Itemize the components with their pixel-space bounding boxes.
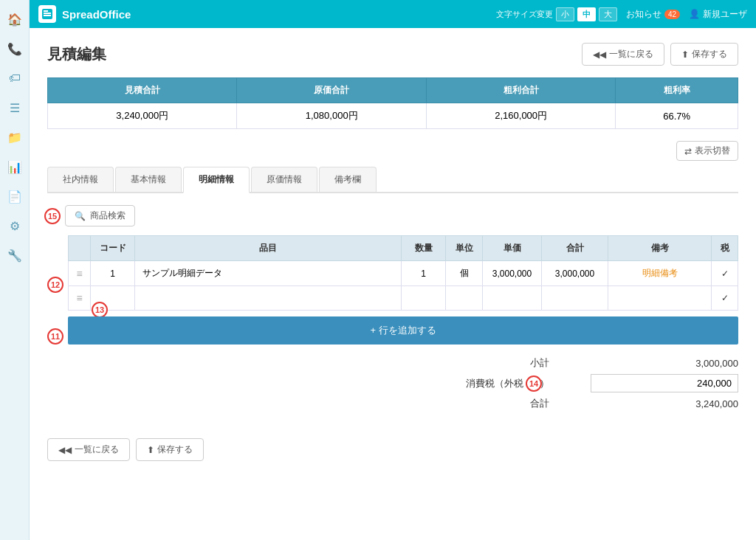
logo-text: SpreadOffice [62, 8, 131, 21]
sidebar-icon-chart[interactable]: 📊 [1, 153, 28, 180]
header-buttons: ◀◀ 一覧に戻る ⬆ 保存する [582, 43, 738, 66]
row1-note[interactable]: 明細備考 [608, 261, 712, 286]
row2-item[interactable] [135, 286, 402, 311]
annotation-15: 15 [44, 208, 61, 224]
logo-icon [38, 5, 56, 23]
table-row: ≡ 1 サンプル明細データ 1 個 3,000,000 3,000,000 明細… [69, 261, 738, 286]
sidebar-icon-home[interactable]: 🏠 [1, 6, 28, 32]
subtotal-label: 小計 [428, 356, 561, 370]
row1-tax[interactable]: ✓ [712, 261, 738, 286]
notification-button[interactable]: お知らせ 42 [626, 8, 680, 21]
page-header: 見積編集 ◀◀ 一覧に戻る ⬆ 保存する [47, 43, 738, 66]
back-button-bottom[interactable]: ◀◀ 一覧に戻る [47, 438, 130, 461]
add-row-area: 11 + 行を追加する [47, 316, 738, 356]
row2-unit-price[interactable] [483, 286, 542, 311]
sidebar-icon-folder[interactable]: 📁 [1, 124, 28, 150]
row1-item[interactable]: サンプル明細データ [135, 261, 402, 286]
annotation-12: 12 [47, 277, 63, 293]
header-controls: 文字サイズ変更 小 中 大 お知らせ 42 👤 新規ユーザ [496, 7, 747, 21]
bottom-buttons: ◀◀ 一覧に戻る ⬆ 保存する [47, 432, 738, 461]
row1-unit[interactable]: 個 [446, 261, 483, 286]
annotation-14: 14 [526, 375, 542, 392]
back-icon-bottom: ◀◀ [58, 445, 72, 455]
row2-qty[interactable] [402, 286, 446, 311]
sidebar-icon-layers[interactable]: ☰ [1, 94, 28, 121]
back-icon-top: ◀◀ [593, 49, 606, 60]
page-title: 見積編集 [47, 44, 582, 64]
grand-total-label: 合計 [428, 397, 561, 410]
add-row-button[interactable]: + 行を追加する [68, 316, 738, 345]
row2-drag[interactable]: ≡ [69, 286, 91, 311]
col-total: 合計 [542, 236, 608, 261]
col-unit: 単位 [446, 236, 483, 261]
font-size-control: 文字サイズ変更 小 中 大 [496, 7, 617, 21]
tab-notes[interactable]: 備考欄 [319, 167, 377, 192]
row1-qty[interactable]: 1 [402, 261, 446, 286]
tax-input[interactable] [591, 374, 738, 392]
sidebar-icon-phone[interactable]: 📞 [1, 35, 28, 62]
display-toggle-row: ⇄ 表示切替 [47, 141, 738, 161]
row1-unit-price[interactable]: 3,000,000 [483, 261, 542, 286]
save-button-top[interactable]: ⬆ 保存する [670, 43, 738, 66]
user-icon: 👤 [689, 9, 700, 19]
row2-note[interactable] [608, 286, 712, 311]
subtotal-value: 3,000,000 [561, 358, 738, 369]
row2-tax[interactable]: ✓ [712, 286, 738, 311]
col-tax: 税 [712, 236, 738, 261]
sidebar-icon-tag[interactable]: 🏷 [1, 65, 28, 91]
row1-total: 3,000,000 [542, 261, 608, 286]
col-code: コード [91, 236, 135, 261]
sidebar-icon-settings[interactable]: ⚙ [1, 212, 28, 239]
summary-table: 見積合計 原価合計 粗利合計 粗利率 3,240,000円 1,080,000円… [47, 77, 738, 129]
grand-total-value: 3,240,000 [561, 398, 738, 409]
tab-detail-info[interactable]: 明細情報 [183, 167, 250, 193]
header-logo: SpreadOffice [38, 5, 131, 23]
row1-code[interactable]: 1 [91, 261, 135, 286]
subtotal-row: 小計 3,000,000 [428, 356, 738, 370]
detail-table: コード 品目 数量 単位 単価 合計 備考 税 ≡ [68, 235, 738, 311]
tab-basic-info[interactable]: 基本情報 [115, 167, 182, 192]
search-icon: 🔍 [75, 211, 86, 221]
annotation-11: 11 [47, 328, 63, 345]
sidebar-icon-wrench[interactable]: 🔧 [1, 242, 28, 269]
col-qty: 数量 [402, 236, 446, 261]
display-toggle-icon: ⇄ [684, 146, 692, 156]
save-button-bottom[interactable]: ⬆ 保存する [136, 438, 204, 461]
tab-company-info[interactable]: 社内情報 [47, 167, 114, 192]
product-search-row: 15 🔍 商品検索 [47, 205, 738, 226]
sidebar: 🏠 📞 🏷 ☰ 📁 📊 📄 ⚙ 🔧 [0, 0, 30, 540]
svg-rect-2 [44, 15, 51, 16]
font-size-small[interactable]: 小 [556, 7, 574, 21]
table-row: ≡ ✓ [69, 286, 738, 311]
font-size-label: 文字サイズ変更 [496, 9, 553, 20]
sidebar-icon-file[interactable]: 📄 [1, 183, 28, 210]
col-unit-price: 単価 [483, 236, 542, 261]
display-toggle-button[interactable]: ⇄ 表示切替 [676, 141, 738, 161]
page-content: 見積編集 ◀◀ 一覧に戻る ⬆ 保存する 見積合計 原価合計 粗利合計 粗利 [30, 28, 756, 540]
col-note: 備考 [608, 236, 712, 261]
user-button[interactable]: 👤 新規ユーザ [689, 8, 747, 21]
row1-drag[interactable]: ≡ [69, 261, 91, 286]
tabs-container: 社内情報 基本情報 明細情報 原価情報 備考欄 [47, 167, 738, 193]
save-icon-top: ⬆ [681, 49, 689, 60]
back-button-top[interactable]: ◀◀ 一覧に戻る [582, 43, 664, 66]
summary-value-estimate: 3,240,000円 [48, 103, 237, 129]
grand-total-row: 合計 3,240,000 [428, 397, 738, 410]
annotation-13: 13 [92, 302, 108, 318]
font-size-large[interactable]: 大 [599, 7, 617, 21]
save-icon-bottom: ⬆ [147, 445, 154, 455]
top-header: SpreadOffice 文字サイズ変更 小 中 大 お知らせ 42 👤 新規ユ… [30, 0, 756, 28]
notification-badge: 42 [664, 10, 680, 19]
summary-value-rate: 66.7% [616, 103, 738, 129]
summary-header-gross: 粗利合計 [426, 78, 615, 103]
svg-rect-1 [44, 13, 51, 14]
summary-header-estimate: 見積合計 [48, 78, 237, 103]
row2-total [542, 286, 608, 311]
tab-cost-info[interactable]: 原価情報 [251, 167, 317, 192]
tax-row: 消費税（外税 8%） 14 [428, 374, 738, 392]
font-size-medium[interactable]: 中 [577, 7, 596, 21]
row2-unit[interactable] [446, 286, 483, 311]
totals-section: 小計 3,000,000 消費税（外税 8%） 14 合計 3,240,000 [47, 356, 738, 415]
summary-value-gross: 2,160,000円 [426, 103, 615, 129]
product-search-button[interactable]: 🔍 商品検索 [65, 205, 135, 226]
